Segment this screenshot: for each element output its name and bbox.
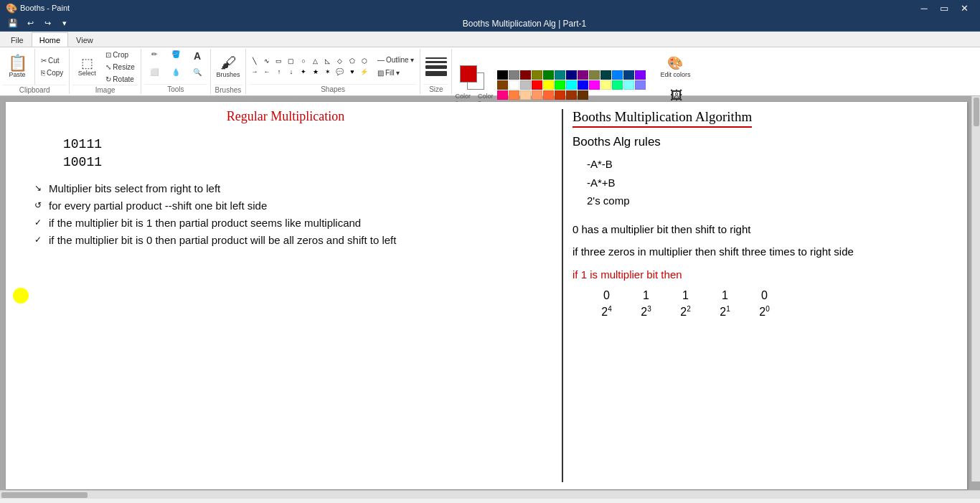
palette-swatch-0[interactable] <box>497 70 508 80</box>
fill-shape-icon: ▨ <box>377 69 384 77</box>
palette-swatch-17[interactable] <box>543 80 554 90</box>
star5-shape[interactable]: ★ <box>310 67 321 77</box>
palette-swatch-19[interactable] <box>566 80 577 90</box>
brush-icon: 🖌 <box>220 55 236 71</box>
palette-swatch-24[interactable] <box>623 80 634 90</box>
color1-box[interactable] <box>460 65 477 83</box>
palette-swatch-15[interactable] <box>520 80 531 90</box>
palette-swatch-23[interactable] <box>612 80 623 90</box>
tab-view[interactable]: View <box>68 32 101 47</box>
star6-shape[interactable]: ✶ <box>322 67 334 77</box>
palette-swatch-6[interactable] <box>566 70 577 80</box>
lightning-shape[interactable]: ⚡ <box>359 67 370 77</box>
arrow-down-shape[interactable]: ↓ <box>286 67 297 77</box>
palette-swatch-1[interactable] <box>509 70 519 80</box>
tab-file[interactable]: File <box>3 32 32 47</box>
copy-button[interactable]: ⎘ Copy <box>38 67 66 79</box>
arrow-up-shape[interactable]: ↑ <box>273 67 285 77</box>
select-button[interactable]: ⬚ Select <box>72 49 101 85</box>
vertical-scrollbar[interactable] <box>971 96 980 481</box>
edit-colors-button[interactable]: 🎨 Edit colors <box>659 49 691 85</box>
clipboard-buttons: 📋 Paste ✂ Cut ⎘ Copy <box>3 49 66 85</box>
outline-button[interactable]: — Outline ▾ <box>374 55 417 66</box>
palette-swatch-10[interactable] <box>612 70 623 80</box>
palette-swatch-3[interactable] <box>532 70 542 80</box>
rect-shape[interactable]: ▭ <box>273 56 285 66</box>
curve-shape[interactable]: ∿ <box>261 56 273 66</box>
undo-quick-button[interactable]: ↩ <box>23 17 37 30</box>
size-body <box>423 49 448 84</box>
right-triangle-shape[interactable]: ◺ <box>322 56 334 66</box>
brushes-group: 🖌 Brushes Brushes <box>211 49 246 94</box>
palette-swatch-8[interactable] <box>589 70 600 80</box>
palette-swatch-9[interactable] <box>600 70 611 80</box>
paint-canvas[interactable]: Regular Multiplication 10111 10011 ↘ Mul… <box>6 102 967 489</box>
arrow-left-shape[interactable]: ← <box>261 67 273 77</box>
palette-swatch-18[interactable] <box>555 80 565 90</box>
size-selector[interactable] <box>425 57 447 76</box>
hexa-shape[interactable]: ⬡ <box>359 56 370 66</box>
number2: 10011 <box>63 154 551 171</box>
palette-swatch-16[interactable] <box>532 80 542 90</box>
redo-quick-button[interactable]: ↪ <box>40 17 55 30</box>
palette-swatch-5[interactable] <box>555 70 565 80</box>
custom-quick-button[interactable]: ▾ <box>57 17 72 30</box>
text-button[interactable]: A <box>187 49 207 66</box>
resize-button[interactable]: ⤡ Resize <box>103 61 138 72</box>
color-palette <box>497 70 655 100</box>
minimize-button[interactable]: ─ <box>914 0 934 16</box>
arrow-right-shape[interactable]: → <box>249 67 260 77</box>
cut-button[interactable]: ✂ Cut <box>38 55 66 67</box>
brushes-label: Brushes <box>214 85 242 95</box>
palette-swatch-25[interactable] <box>635 80 646 90</box>
fill-button[interactable]: 🪣 <box>166 49 186 66</box>
quick-access-toolbar: 💾 ↩ ↪ ▾ Booths Multiplication Alg | Part… <box>0 16 980 32</box>
palette-swatch-14[interactable] <box>509 80 519 90</box>
horizontal-scrollbar[interactable] <box>0 490 980 499</box>
color-picker-button[interactable]: 💧 <box>166 67 186 84</box>
zoom-button[interactable]: 🔍 <box>187 67 207 84</box>
scrollbar-v-thumb[interactable] <box>974 98 979 126</box>
palette-swatch-12[interactable] <box>635 70 646 80</box>
rotate-button[interactable]: ↻ Rotate <box>103 73 138 85</box>
close-button[interactable]: ✕ <box>954 0 974 16</box>
save-quick-button[interactable]: 💾 <box>6 17 20 30</box>
palette-swatch-7[interactable] <box>578 70 588 80</box>
paste-button[interactable]: 📋 Paste <box>3 49 32 85</box>
clipboard-group: 📋 Paste ✂ Cut ⎘ Copy Clipboard <box>0 49 70 94</box>
callout-shape[interactable]: 💬 <box>334 67 346 77</box>
star4-shape[interactable]: ✦ <box>298 67 309 77</box>
fill-shape-button[interactable]: ▨ Fill ▾ <box>374 67 417 79</box>
palette-swatch-4[interactable] <box>543 70 554 80</box>
maximize-button[interactable]: ▭ <box>934 0 954 16</box>
diamond-shape[interactable]: ◇ <box>334 56 346 66</box>
palette-swatch-20[interactable] <box>578 80 588 90</box>
image-small-col: ⊡ Crop ⤡ Resize ↻ Rotate <box>103 49 138 85</box>
ellipse-shape[interactable]: ○ <box>298 56 309 66</box>
left-panel: Regular Multiplication 10111 10011 ↘ Mul… <box>20 109 551 249</box>
right-panel: Booths Multiplication Algorithm Booths A… <box>573 109 960 321</box>
penta-shape[interactable]: ⬠ <box>347 56 358 66</box>
eraser-icon: ⬜ <box>150 68 159 76</box>
brushes-body: 🖌 Brushes <box>214 49 242 85</box>
colors-group: Color1 Color2 🎨 Edit colors 🖼 Open Paint… <box>452 49 697 94</box>
palette-swatch-13[interactable] <box>497 80 508 90</box>
rule-2: -A*+B <box>587 174 960 192</box>
eraser-button[interactable]: ⬜ <box>144 67 164 84</box>
scrollbar-h-thumb[interactable] <box>1 492 88 498</box>
triangle-shape[interactable]: △ <box>310 56 321 66</box>
round-rect-shape[interactable]: ▢ <box>286 56 297 66</box>
heart-shape[interactable]: ♥ <box>347 67 358 77</box>
brushes-button[interactable]: 🖌 Brushes <box>214 49 242 85</box>
palette-swatch-11[interactable] <box>623 70 634 80</box>
palette-swatch-22[interactable] <box>600 80 611 90</box>
crop-button[interactable]: ⊡ Crop <box>103 49 138 60</box>
bullet-2: ↺ for every partial product --shift one … <box>34 197 551 215</box>
palette-swatch-2[interactable] <box>520 70 531 80</box>
palette-swatch-21[interactable] <box>589 80 600 90</box>
pencil-button[interactable]: ✏ <box>144 49 164 66</box>
tab-home[interactable]: Home <box>32 32 68 47</box>
paste-icon: 📋 <box>8 55 27 71</box>
line-shape[interactable]: ╲ <box>249 56 260 66</box>
rule-3: 2's comp <box>587 192 960 210</box>
